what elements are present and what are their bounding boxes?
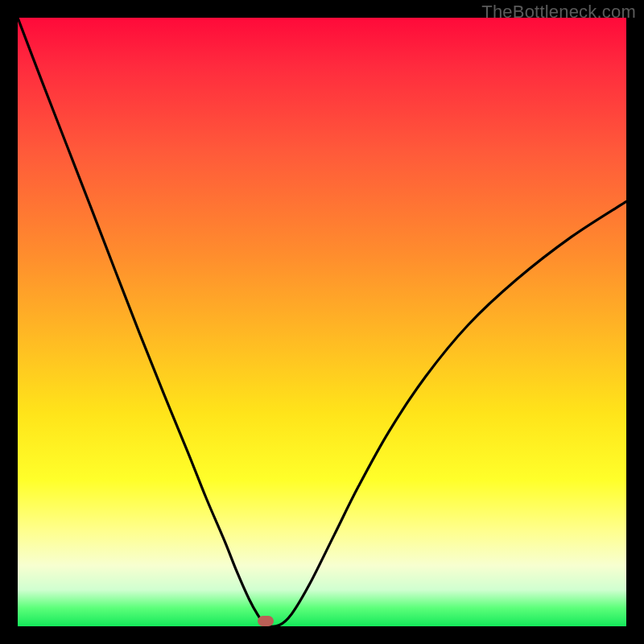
chart-frame: TheBottleneck.com: [0, 0, 644, 644]
optimal-point-marker: [258, 616, 274, 626]
bottleneck-curve: [18, 18, 626, 626]
watermark-text: TheBottleneck.com: [481, 2, 636, 23]
chart-plot-area: [18, 18, 626, 626]
